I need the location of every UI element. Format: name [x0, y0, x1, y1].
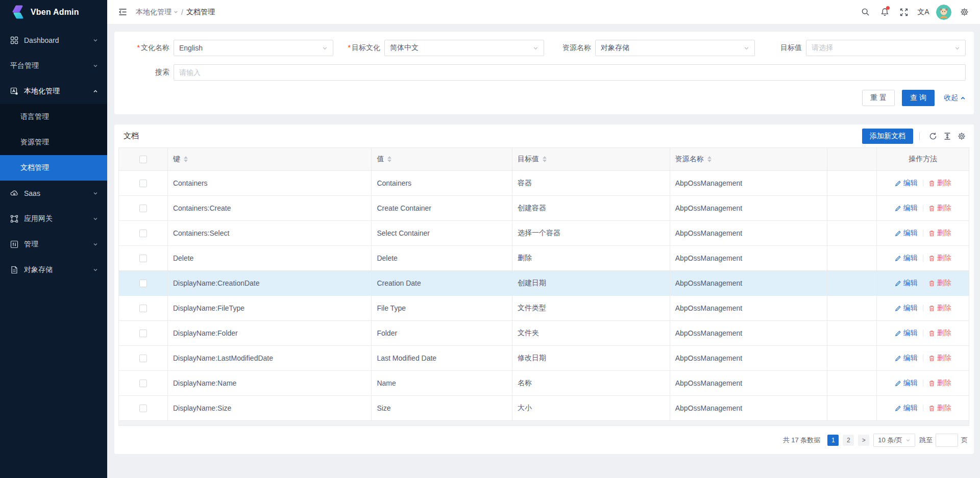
sort-icon[interactable]	[543, 156, 547, 162]
trash-icon	[928, 305, 935, 312]
app-logo[interactable]: Vben Admin	[0, 0, 107, 24]
sort-icon[interactable]	[184, 156, 188, 162]
query-button[interactable]: 查 询	[902, 90, 935, 106]
edit-button[interactable]: 编辑	[895, 204, 918, 213]
column-header-key[interactable]: 键	[168, 148, 372, 170]
row-height-icon[interactable]	[940, 129, 954, 143]
search-icon[interactable]	[856, 4, 874, 21]
next-page-button[interactable]: >	[858, 435, 869, 446]
breadcrumb-current: 文档管理	[186, 8, 215, 17]
delete-button[interactable]: 删除	[928, 279, 951, 288]
row-checkbox[interactable]	[139, 355, 147, 362]
cell-key: DisplayName:CreationDate	[168, 271, 372, 295]
row-checkbox[interactable]	[139, 180, 147, 187]
sidebar-item-platform[interactable]: 平台管理	[0, 53, 107, 79]
target-culture-select[interactable]: 简体中文	[384, 40, 544, 56]
add-document-button[interactable]: 添加新文档	[862, 129, 913, 144]
delete-button[interactable]: 删除	[928, 404, 951, 413]
sidebar-submenu-localization: 语言管理 资源管理 文档管理	[0, 104, 107, 181]
delete-button[interactable]: 删除	[928, 229, 951, 238]
sidebar-item-label: 语言管理	[20, 112, 49, 121]
edit-button[interactable]: 编辑	[895, 354, 918, 363]
delete-button[interactable]: 删除	[928, 379, 951, 388]
delete-button[interactable]: 删除	[928, 304, 951, 313]
jump-page-input[interactable]	[936, 434, 958, 447]
collapse-link[interactable]: 收起	[944, 93, 966, 103]
required-marker: *	[348, 43, 351, 52]
column-header-empty	[827, 148, 877, 170]
row-checkbox[interactable]	[139, 230, 147, 237]
sidebar-item-gateway[interactable]: 应用网关	[0, 206, 107, 232]
table-row: Containers Containers 容器 AbpOssManagemen…	[119, 171, 969, 196]
row-checkbox[interactable]	[139, 280, 147, 287]
search-input[interactable]	[174, 64, 966, 81]
sidebar-item-dashboard[interactable]: Dashboard	[0, 28, 107, 53]
pencil-icon	[895, 230, 901, 237]
horizontal-scrollbar-track[interactable]	[118, 421, 969, 426]
edit-button[interactable]: 编辑	[895, 379, 918, 388]
breadcrumb-parent[interactable]: 本地化管理	[136, 8, 178, 17]
delete-button[interactable]: 删除	[928, 204, 951, 213]
row-checkbox[interactable]	[139, 380, 147, 387]
cell-key: Delete	[168, 246, 372, 270]
pencil-icon	[895, 355, 901, 362]
resource-name-select[interactable]: 对象存储	[595, 40, 755, 56]
sidebar-item-object-storage[interactable]: 对象存储	[0, 257, 107, 283]
row-checkbox[interactable]	[139, 405, 147, 412]
refresh-icon[interactable]	[926, 129, 940, 143]
sidebar-item-saas[interactable]: Saas	[0, 181, 107, 206]
sidebar-item-resource-management[interactable]: 资源管理	[0, 130, 107, 155]
row-checkbox[interactable]	[139, 255, 147, 262]
menu-fold-icon[interactable]	[114, 4, 131, 20]
cell-target: 文件类型	[512, 296, 670, 320]
cell-key: DisplayName:Folder	[168, 321, 372, 345]
cell-value: File Type	[372, 296, 512, 320]
row-checkbox[interactable]	[139, 205, 147, 212]
page-size-select[interactable]: 10 条/页	[873, 434, 915, 447]
edit-button[interactable]: 编辑	[895, 404, 918, 413]
translate-icon[interactable]: 文A	[915, 4, 932, 21]
bell-icon[interactable]	[876, 4, 893, 21]
sort-icon[interactable]	[707, 156, 712, 162]
edit-button[interactable]: 编辑	[895, 179, 918, 188]
sidebar-item-localization[interactable]: 本地化管理	[0, 79, 107, 104]
cell-resource: AbpOssManagement	[670, 346, 828, 370]
edit-button[interactable]: 编辑	[895, 279, 918, 288]
fullscreen-icon[interactable]	[895, 4, 913, 21]
delete-button[interactable]: 删除	[928, 254, 951, 263]
table-settings-gear-icon[interactable]	[954, 129, 969, 143]
trash-icon	[928, 405, 935, 412]
cell-resource: AbpOssManagement	[670, 296, 828, 320]
sidebar-item-language-management[interactable]: 语言管理	[0, 104, 107, 130]
avatar[interactable]	[936, 5, 951, 20]
column-header-target[interactable]: 目标值	[512, 148, 670, 170]
page-button-1[interactable]: 1	[827, 435, 839, 446]
edit-button[interactable]: 编辑	[895, 329, 918, 338]
reset-button[interactable]: 重 置	[862, 90, 895, 106]
table-row: Containers:Select Select Container 选择一个容…	[119, 221, 969, 246]
cell-resource: AbpOssManagement	[670, 196, 828, 220]
target-value-select[interactable]: 请选择	[806, 40, 966, 56]
edit-button[interactable]: 编辑	[895, 304, 918, 313]
filter-panel: *文化名称 English *目标文化 简体中文 资源名称 对象存储 目标值 请…	[114, 32, 974, 114]
chevron-up-icon	[960, 95, 966, 101]
edit-button[interactable]: 编辑	[895, 229, 918, 238]
sidebar-item-document-management[interactable]: 文档管理	[0, 155, 107, 181]
sidebar-item-management[interactable]: 管理	[0, 232, 107, 257]
row-checkbox[interactable]	[139, 305, 147, 312]
chevron-down-icon	[533, 45, 538, 51]
gear-icon[interactable]	[955, 4, 973, 21]
column-header-resource[interactable]: 资源名称	[670, 148, 828, 170]
delete-button[interactable]: 删除	[928, 329, 951, 338]
edit-button[interactable]: 编辑	[895, 254, 918, 263]
row-checkbox[interactable]	[139, 330, 147, 337]
chevron-down-icon	[93, 267, 98, 272]
sort-icon[interactable]	[387, 156, 391, 162]
select-all-checkbox[interactable]	[139, 156, 147, 163]
chevron-down-icon	[93, 38, 98, 43]
delete-button[interactable]: 删除	[928, 179, 951, 188]
culture-name-select[interactable]: English	[174, 40, 333, 56]
page-button-2[interactable]: 2	[843, 435, 854, 446]
delete-button[interactable]: 删除	[928, 354, 951, 363]
column-header-value[interactable]: 值	[372, 148, 512, 170]
